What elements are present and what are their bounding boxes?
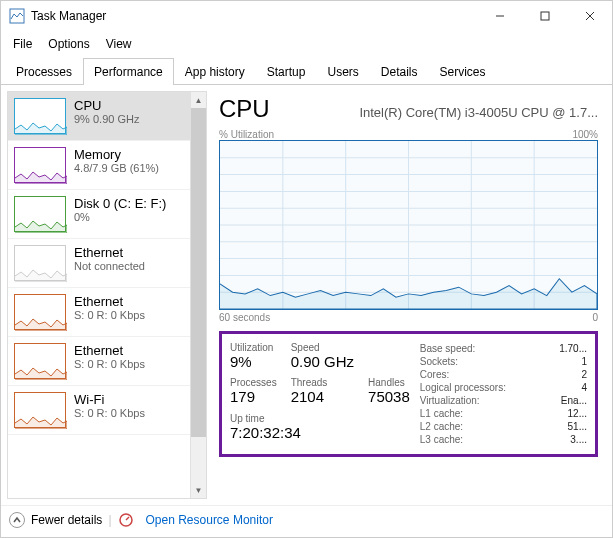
app-icon xyxy=(9,8,25,24)
sidebar-item-ethernet[interactable]: EthernetNot connected xyxy=(8,239,190,288)
resmon-icon xyxy=(118,512,134,528)
tab-strip: Processes Performance App history Startu… xyxy=(1,57,612,85)
label-handles: Handles xyxy=(368,377,410,388)
thumb-4 xyxy=(14,294,66,330)
cpu-details: Utilization9% Speed0.90 GHz Processes179… xyxy=(219,331,598,457)
resource-sidebar[interactable]: CPU9% 0.90 GHzMemory4.8/7.9 GB (61%)Disk… xyxy=(7,91,207,499)
separator: | xyxy=(108,513,111,527)
sidebar-item-label: CPU xyxy=(74,98,139,113)
svg-line-20 xyxy=(126,517,129,520)
titlebar[interactable]: Task Manager xyxy=(1,1,612,31)
sidebar-scrollbar[interactable]: ▲ ▼ xyxy=(190,92,206,498)
tab-users[interactable]: Users xyxy=(316,58,369,85)
tab-performance[interactable]: Performance xyxy=(83,58,174,85)
utilization-chart xyxy=(219,140,598,310)
sidebar-item-memory[interactable]: Memory4.8/7.9 GB (61%) xyxy=(8,141,190,190)
sidebar-item-sub: S: 0 R: 0 Kbps xyxy=(74,407,145,419)
sidebar-item-sub: 4.8/7.9 GB (61%) xyxy=(74,162,159,174)
thumb-5 xyxy=(14,343,66,379)
open-resmon-link[interactable]: Open Resource Monitor xyxy=(146,513,273,527)
value-base-speed: 1.70... xyxy=(559,343,587,354)
label-utilization: Utilization xyxy=(230,342,277,353)
sidebar-item-sub: S: 0 R: 0 Kbps xyxy=(74,309,145,321)
menu-file[interactable]: File xyxy=(5,33,40,55)
sidebar-item-wi-fi[interactable]: Wi-FiS: 0 R: 0 Kbps xyxy=(8,386,190,435)
label-l1: L1 cache: xyxy=(420,408,463,419)
sidebar-item-ethernet[interactable]: EthernetS: 0 R: 0 Kbps xyxy=(8,288,190,337)
tab-services[interactable]: Services xyxy=(429,58,497,85)
value-uptime: 7:20:32:34 xyxy=(230,424,410,441)
chart-label-tl: % Utilization xyxy=(219,129,274,140)
fewer-details-link[interactable]: Fewer details xyxy=(31,513,102,527)
label-sockets: Sockets: xyxy=(420,356,458,367)
menubar: File Options View xyxy=(1,31,612,57)
value-speed: 0.90 GHz xyxy=(291,353,354,370)
sidebar-item-label: Disk 0 (C: E: F:) xyxy=(74,196,166,211)
value-handles: 75038 xyxy=(368,388,410,405)
tab-app-history[interactable]: App history xyxy=(174,58,256,85)
content-area: CPU9% 0.90 GHzMemory4.8/7.9 GB (61%)Disk… xyxy=(1,85,612,505)
sidebar-item-label: Ethernet xyxy=(74,294,145,309)
scroll-thumb[interactable] xyxy=(191,108,206,437)
close-button[interactable] xyxy=(567,1,612,31)
thumb-2 xyxy=(14,196,66,232)
sidebar-item-sub: Not connected xyxy=(74,260,145,272)
sidebar-item-label: Wi-Fi xyxy=(74,392,145,407)
thumb-1 xyxy=(14,147,66,183)
tab-details[interactable]: Details xyxy=(370,58,429,85)
value-logical: 4 xyxy=(581,382,587,393)
value-virtualization: Ena... xyxy=(561,395,587,406)
page-title: CPU xyxy=(219,95,270,123)
value-processes: 179 xyxy=(230,388,277,405)
svg-rect-2 xyxy=(541,12,549,20)
sidebar-item-sub: S: 0 R: 0 Kbps xyxy=(74,358,145,370)
sidebar-item-ethernet[interactable]: EthernetS: 0 R: 0 Kbps xyxy=(8,337,190,386)
value-sockets: 1 xyxy=(581,356,587,367)
value-threads: 2104 xyxy=(291,388,354,405)
value-cores: 2 xyxy=(581,369,587,380)
label-threads: Threads xyxy=(291,377,354,388)
sidebar-item-label: Ethernet xyxy=(74,245,145,260)
sidebar-item-sub: 0% xyxy=(74,211,166,223)
window-title: Task Manager xyxy=(31,9,477,23)
label-l2: L2 cache: xyxy=(420,421,463,432)
label-cores: Cores: xyxy=(420,369,449,380)
footer: Fewer details | Open Resource Monitor xyxy=(1,505,612,534)
thumb-6 xyxy=(14,392,66,428)
value-utilization: 9% xyxy=(230,353,277,370)
cpu-model: Intel(R) Core(TM) i3-4005U CPU @ 1.7... xyxy=(359,105,598,120)
menu-options[interactable]: Options xyxy=(40,33,97,55)
value-l1: 12... xyxy=(568,408,587,419)
tab-processes[interactable]: Processes xyxy=(5,58,83,85)
thumb-3 xyxy=(14,245,66,281)
sidebar-item-disk-0-c-e-f-[interactable]: Disk 0 (C: E: F:)0% xyxy=(8,190,190,239)
chart-label-tr: 100% xyxy=(572,129,598,140)
sidebar-item-cpu[interactable]: CPU9% 0.90 GHz xyxy=(8,92,190,141)
label-l3: L3 cache: xyxy=(420,434,463,445)
thumb-0 xyxy=(14,98,66,134)
main-panel: CPU Intel(R) Core(TM) i3-4005U CPU @ 1.7… xyxy=(211,91,606,499)
value-l2: 51... xyxy=(568,421,587,432)
svg-rect-0 xyxy=(10,9,24,23)
sidebar-item-label: Ethernet xyxy=(74,343,145,358)
minimize-button[interactable] xyxy=(477,1,522,31)
tab-startup[interactable]: Startup xyxy=(256,58,317,85)
chart-label-bl: 60 seconds xyxy=(219,312,270,323)
menu-view[interactable]: View xyxy=(98,33,140,55)
label-uptime: Up time xyxy=(230,413,410,424)
sidebar-item-sub: 9% 0.90 GHz xyxy=(74,113,139,125)
label-processes: Processes xyxy=(230,377,277,388)
maximize-button[interactable] xyxy=(522,1,567,31)
scroll-down-arrow-icon[interactable]: ▼ xyxy=(191,482,206,498)
chevron-up-icon xyxy=(9,512,25,528)
label-logical: Logical processors: xyxy=(420,382,506,393)
label-base-speed: Base speed: xyxy=(420,343,476,354)
label-virtualization: Virtualization: xyxy=(420,395,480,406)
label-speed: Speed xyxy=(291,342,354,353)
sidebar-item-label: Memory xyxy=(74,147,159,162)
scroll-up-arrow-icon[interactable]: ▲ xyxy=(191,92,206,108)
chart-label-br: 0 xyxy=(592,312,598,323)
value-l3: 3.... xyxy=(570,434,587,445)
